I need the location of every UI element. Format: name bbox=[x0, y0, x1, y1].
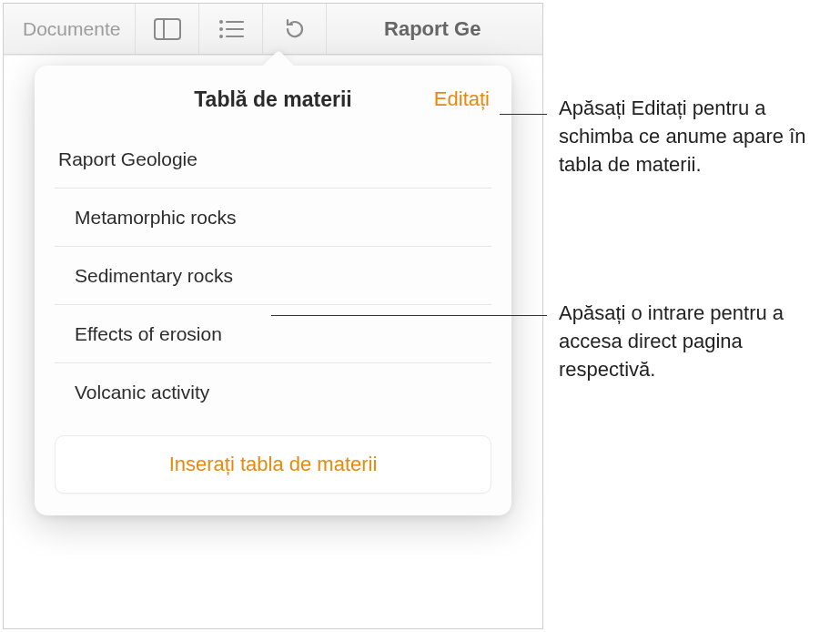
svg-point-6 bbox=[219, 35, 223, 38]
toc-entry[interactable]: Metamorphic rocks bbox=[55, 189, 491, 247]
toolbar-icon-group bbox=[136, 4, 327, 54]
callout-entry-hint: Apăsați o intrare pentru a accesa direct… bbox=[559, 300, 832, 383]
toc-entry[interactable]: Effects of erosion bbox=[55, 305, 491, 363]
toc-entry[interactable]: Volcanic activity bbox=[55, 363, 491, 421]
svg-point-4 bbox=[219, 27, 223, 31]
callout-leader-line bbox=[500, 114, 547, 115]
toc-entry[interactable]: Raport Geologie bbox=[55, 130, 491, 189]
popover-title: Tablă de materii bbox=[194, 87, 351, 112]
toc-list: Raport Geologie Metamorphic rocks Sedime… bbox=[35, 130, 511, 421]
documents-button[interactable]: Documente bbox=[8, 4, 136, 54]
panel-icon bbox=[154, 18, 181, 40]
undo-button[interactable] bbox=[263, 4, 327, 54]
callout-leader-line bbox=[271, 315, 547, 316]
callout-edit-hint: Apăsați Editați pentru a schimba ce anum… bbox=[559, 95, 832, 178]
toc-entry[interactable]: Sedimentary rocks bbox=[55, 247, 491, 305]
popover-header: Tablă de materii Editați bbox=[35, 82, 511, 130]
undo-icon bbox=[282, 16, 308, 42]
document-title: Raport Ge bbox=[327, 17, 538, 41]
sidebar-toggle-button[interactable] bbox=[136, 4, 199, 54]
toc-view-button[interactable] bbox=[199, 4, 263, 54]
svg-rect-0 bbox=[155, 19, 180, 39]
svg-point-2 bbox=[219, 20, 223, 24]
insert-toc-button[interactable]: Inserați tabla de materii bbox=[55, 435, 491, 494]
edit-button[interactable]: Editați bbox=[434, 87, 490, 111]
toc-popover: Tablă de materii Editați Raport Geologie… bbox=[35, 66, 511, 515]
toolbar: Documente bbox=[4, 4, 542, 55]
list-bullets-icon bbox=[218, 18, 245, 40]
